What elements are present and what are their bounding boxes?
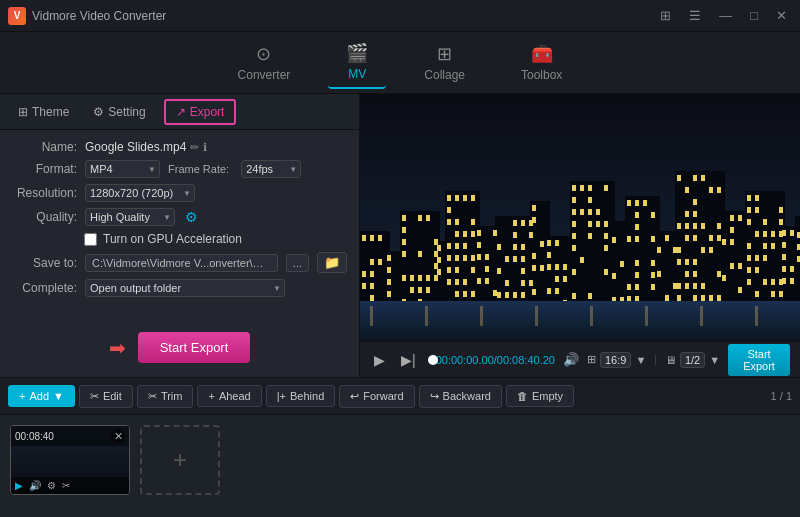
trash-icon: 🗑 (517, 390, 528, 402)
page-indicator: 1 / 1 (771, 390, 792, 402)
filename-value: Google Slides.mp4 (85, 140, 186, 154)
top-nav: ⊙ Converter 🎬 MV ⊞ Collage 🧰 Toolbox (0, 32, 800, 94)
nav-toolbox[interactable]: 🧰 Toolbox (503, 37, 580, 88)
name-row: Name: Google Slides.mp4 ✏ ℹ (12, 140, 347, 154)
edit-button[interactable]: ✂ Edit (79, 385, 133, 408)
clip-cut-icon: ✂ (62, 480, 70, 491)
video-export-button[interactable]: Start Export (728, 344, 790, 376)
framerate-select-wrapper: 24fps 30fps 60fps (241, 160, 301, 178)
complete-select[interactable]: Open output folder Do nothing (85, 279, 285, 297)
clip-settings-icon: ⚙ (47, 480, 56, 491)
clip-duration: 00:08:40 (15, 431, 54, 442)
resolution-select-wrapper: 1280x720 (720p) 1920x1080 (1080p) 3840x2… (85, 184, 195, 202)
window-controls: ⊞ ☰ — □ ✕ (655, 6, 792, 25)
quality-select-wrapper: High Quality Medium Quality Low Quality (85, 208, 175, 226)
behind-button[interactable]: |+ Behind (266, 385, 336, 407)
open-folder-button[interactable]: 📁 (317, 252, 347, 273)
empty-label: Empty (532, 390, 563, 402)
theme-tab[interactable]: ⊞ Theme (8, 101, 79, 123)
maximize-btn[interactable]: □ (745, 6, 763, 25)
quality-label: Quality: (12, 210, 77, 224)
quality-gear-icon[interactable]: ⚙ (185, 209, 198, 225)
add-label: Add (29, 390, 49, 402)
mv-icon: 🎬 (346, 42, 368, 64)
nav-mv[interactable]: 🎬 MV (328, 36, 386, 89)
browse-dots-button[interactable]: ... (286, 254, 309, 272)
add-chevron-icon: ▼ (53, 390, 64, 402)
edit-icon: ✂ (90, 390, 99, 403)
menu-btn[interactable]: ☰ (684, 6, 706, 25)
start-export-area: ➡ Start Export (0, 318, 359, 377)
format-select[interactable]: MP4 MKV AVI (85, 160, 160, 178)
title-bar-left: V Vidmore Video Converter (8, 7, 166, 25)
behind-label: Behind (290, 390, 324, 402)
time-total: 00:08:40.20 (497, 354, 555, 366)
export-tab[interactable]: ↗ Export (164, 99, 237, 125)
complete-row: Complete: Open output folder Do nothing (12, 279, 347, 297)
quality-selector[interactable]: 🖥 1/2 ▼ (665, 352, 720, 368)
quality-icon: 🖥 (665, 354, 676, 366)
nav-toolbox-label: Toolbox (521, 68, 562, 82)
nav-collage[interactable]: ⊞ Collage (406, 37, 483, 88)
right-panel: ▶ ▶| 00:00:00.00/00:08:40.20 🔊 ⊞ 16:9 ▼ … (360, 94, 800, 377)
add-icon: + (19, 390, 25, 402)
ahead-button[interactable]: + Ahead (197, 385, 261, 407)
complete-select-wrapper: Open output folder Do nothing (85, 279, 285, 297)
quality-select[interactable]: High Quality Medium Quality Low Quality (85, 208, 175, 226)
quality-fraction-value: 1/2 (680, 352, 705, 368)
volume-icon[interactable]: 🔊 (563, 352, 579, 367)
gpu-checkbox[interactable] (84, 233, 97, 246)
forward-button[interactable]: ↩ Forward (339, 385, 414, 408)
setting-tab[interactable]: ⚙ Setting (83, 101, 155, 123)
trim-button[interactable]: ✂ Trim (137, 385, 194, 408)
clip-close-button[interactable]: ✕ (111, 429, 125, 443)
export-label: Export (190, 105, 225, 119)
complete-label: Complete: (12, 281, 77, 295)
clip-volume-icon: 🔊 (29, 480, 41, 491)
toolbox-icon: 🧰 (531, 43, 553, 65)
video-preview (360, 94, 800, 341)
clip-overlay: 00:08:40 ✕ ▶ 🔊 ⚙ ✂ (11, 426, 129, 494)
add-button[interactable]: + Add ▼ (8, 385, 75, 407)
quality-chevron-icon: ▼ (709, 354, 720, 366)
trim-icon: ✂ (148, 390, 157, 403)
close-btn[interactable]: ✕ (771, 6, 792, 25)
bottom-toolbar: + Add ▼ ✂ Edit ✂ Trim + Ahead |+ Behind … (0, 377, 800, 415)
timeline: 00:08:40 ✕ ▶ 🔊 ⚙ ✂ + (0, 415, 800, 505)
save-path-value: C:\Vidmore\Vidmore V...onverter\MV Expor… (85, 254, 278, 272)
backward-icon: ↪ (430, 390, 439, 403)
resolution-select[interactable]: 1280x720 (720p) 1920x1080 (1080p) 3840x2… (85, 184, 195, 202)
play-button[interactable]: ▶ (370, 350, 389, 370)
progress-thumb[interactable] (428, 355, 438, 365)
nav-converter[interactable]: ⊙ Converter (220, 37, 309, 88)
separator: | (654, 354, 657, 365)
behind-icon: |+ (277, 390, 286, 402)
ahead-label: Ahead (219, 390, 251, 402)
clip-play-icon: ▶ (15, 480, 23, 491)
edit-icon[interactable]: ✏ (190, 141, 199, 154)
info-icon[interactable]: ℹ (203, 141, 207, 154)
aspect-ratio-selector[interactable]: ⊞ 16:9 ▼ (587, 352, 646, 368)
time-current: 00:00:00.00 (436, 354, 494, 366)
empty-button[interactable]: 🗑 Empty (506, 385, 574, 407)
step-forward-button[interactable]: ▶| (397, 350, 420, 370)
setting-icon: ⚙ (93, 105, 104, 119)
add-clip-button[interactable]: + (140, 425, 220, 495)
start-export-button[interactable]: Start Export (138, 332, 251, 363)
format-select-wrapper: MP4 MKV AVI (85, 160, 160, 178)
format-label: Format: (12, 162, 77, 176)
minimize-btn[interactable]: — (714, 6, 737, 25)
grid-btn[interactable]: ⊞ (655, 6, 676, 25)
export-form: Name: Google Slides.mp4 ✏ ℹ Format: MP4 … (0, 130, 359, 318)
framerate-select[interactable]: 24fps 30fps 60fps (241, 160, 301, 178)
trim-label: Trim (161, 390, 183, 402)
format-row: Format: MP4 MKV AVI Frame Rate: 24fps 30… (12, 160, 347, 178)
resolution-label: Resolution: (12, 186, 77, 200)
name-label: Name: (12, 140, 77, 154)
nav-mv-label: MV (348, 67, 366, 81)
video-controls: ▶ ▶| 00:00:00.00/00:08:40.20 🔊 ⊞ 16:9 ▼ … (360, 341, 800, 377)
clip-top: 00:08:40 ✕ (11, 426, 129, 446)
backward-button[interactable]: ↪ Backward (419, 385, 502, 408)
nav-collage-label: Collage (424, 68, 465, 82)
theme-label: Theme (32, 105, 69, 119)
